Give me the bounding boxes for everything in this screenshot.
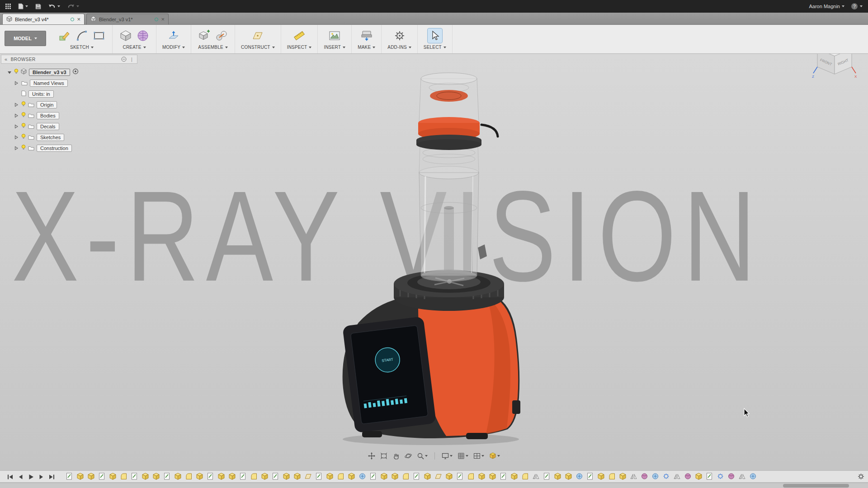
select-cursor-icon[interactable] [428,28,442,43]
timeline-item-joint[interactable] [359,473,366,480]
browser-item-label[interactable]: Origin [37,101,57,108]
addins-gear-icon[interactable] [392,28,407,43]
timeline-item-mirror[interactable] [674,473,680,480]
browser-item-label[interactable]: Units: in [28,90,54,98]
toolbar-menu-assemble[interactable]: ASSEMBLE [198,45,228,50]
timeline-item-box[interactable] [229,473,236,480]
panel-minimize-icon[interactable] [121,56,127,62]
timeline-item-sketch[interactable] [316,473,322,480]
timeline-item-appearance[interactable] [641,473,648,480]
timeline-item-fillet[interactable] [467,473,474,480]
timeline-options-gear-icon[interactable] [858,473,864,482]
skip-start-button[interactable] [7,474,13,482]
grab-icon[interactable] [392,452,400,460]
workspace-selector[interactable]: MODEL [5,31,46,46]
timeline-item-plane[interactable] [435,473,442,480]
skip-end-button[interactable] [49,474,55,482]
toolbar-menu-sketch[interactable]: SKETCH [70,45,94,50]
timeline-item-gear[interactable] [717,473,724,480]
save-icon[interactable] [35,4,41,9]
timeline-item-box[interactable] [554,473,561,480]
browser-item-units-in[interactable]: Units: in [1,89,137,99]
measure-icon[interactable] [292,28,307,43]
timeline-item-box[interactable] [175,473,181,480]
toolbar-menu-insert[interactable]: INSERT [324,45,345,50]
browser-item-decals[interactable]: Decals [1,121,137,132]
activate-radio-icon[interactable] [72,68,79,76]
timeline-item-sketch[interactable] [587,473,594,480]
timeline-item-sketch[interactable] [131,473,138,480]
timeline-item-box[interactable] [424,473,431,480]
timeline-item-box[interactable] [446,473,453,480]
press-pull-icon[interactable] [166,28,181,43]
browser-item-named-views[interactable]: Named Views [1,78,137,89]
timeline-item-sketch[interactable] [370,473,377,480]
timeline-item-fillet[interactable] [120,473,127,480]
toolbar-menu-construct[interactable]: CONSTRUCT [241,45,275,50]
expand-arrow-icon[interactable] [14,81,19,85]
orbit-icon[interactable] [405,452,412,460]
create-box-icon[interactable] [118,28,133,43]
browser-item-construction[interactable]: Construction [1,143,137,154]
timeline-item-fillet[interactable] [609,473,615,480]
timeline-item-box[interactable] [381,473,387,480]
visibility-bulb-icon[interactable] [21,112,26,120]
timeline-item-box[interactable] [695,473,702,480]
undo-icon[interactable] [48,4,60,9]
timeline-item-sketch[interactable] [240,473,246,480]
create-form-icon[interactable] [136,28,150,43]
visibility-bulb-icon[interactable] [21,144,26,152]
browser-root-label[interactable]: Blender_v3 v3 [29,69,70,76]
timeline-item-box[interactable] [489,473,496,480]
timeline-item-mirror[interactable] [533,473,539,480]
timeline-item-box[interactable] [109,473,116,480]
print-3d-icon[interactable] [359,28,374,43]
timeline-item-box[interactable] [142,473,149,480]
visibility-bulb-icon[interactable] [21,133,26,141]
toolbar-menu-modify[interactable]: MODIFY [162,45,185,50]
timeline-item-appearance[interactable] [684,473,691,480]
pan-icon[interactable] [368,452,375,460]
timeline-item-fillet[interactable] [185,473,192,480]
layout-grid-icon[interactable] [458,452,468,460]
visibility-bulb-icon[interactable] [21,101,26,109]
timeline-item-sketch[interactable] [99,473,105,480]
sketch-create-icon[interactable] [57,28,72,43]
toolbar-menu-create[interactable]: CREATE [123,45,146,50]
browser-item-label[interactable]: Named Views [30,80,68,87]
expand-arrow-icon[interactable] [14,124,19,129]
timeline-item-fillet[interactable] [250,473,257,480]
viewports-icon[interactable] [473,452,484,460]
timeline-item-fillet[interactable] [522,473,528,480]
timeline-item-box[interactable] [619,473,626,480]
timeline-item-box[interactable] [153,473,160,480]
expand-arrow-icon[interactable] [7,70,12,75]
tab-close-icon[interactable]: × [77,16,80,22]
timeline-item-box[interactable] [326,473,333,480]
timeline-item-sketch[interactable] [207,473,214,480]
new-component-icon[interactable] [197,28,212,43]
timeline-item-sketch[interactable] [500,473,507,480]
step-forward-button[interactable] [38,474,44,482]
file-menu-icon[interactable] [18,3,28,9]
browser-item-label[interactable]: Decals [37,123,59,130]
browser-root[interactable]: Blender_v3 v3 [1,67,137,78]
view-options-icon[interactable] [489,452,500,460]
timeline-item-box[interactable] [294,473,301,480]
insert-image-icon[interactable] [327,28,342,43]
toolbar-menu-make[interactable]: MAKE [358,45,375,50]
visibility-bulb-icon[interactable] [14,68,19,76]
browser-item-label[interactable]: Bodies [37,112,59,119]
scrollbar-thumb[interactable] [783,484,849,488]
timeline-item-box[interactable] [261,473,268,480]
zoom-icon[interactable] [417,452,428,460]
redo-icon[interactable] [67,4,79,9]
timeline-item-box[interactable] [88,473,94,480]
browser-item-label[interactable]: Sketches [37,134,64,141]
sketch-rect-icon[interactable] [92,28,106,43]
browser-item-bodies[interactable]: Bodies [1,110,137,121]
timeline-item-sketch[interactable] [706,473,713,480]
browser-item-origin[interactable]: Origin [1,99,137,110]
panel-resize-handle[interactable]: ❘ [130,57,134,62]
collapse-panel-icon[interactable]: « [5,56,8,62]
